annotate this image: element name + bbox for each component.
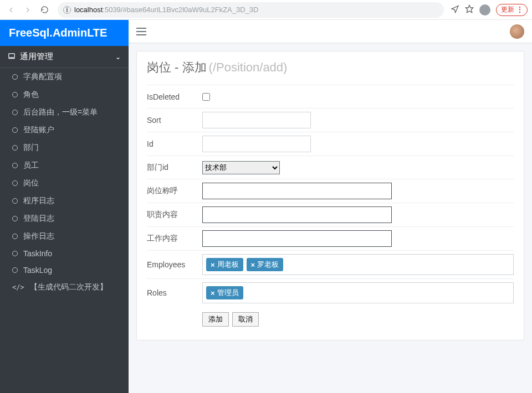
sidebar-item[interactable]: 登陆账户 <box>0 121 129 139</box>
tag-remove-icon[interactable]: × <box>211 261 215 269</box>
cancel-button[interactable]: 取消 <box>232 312 259 327</box>
dept-select[interactable]: 技术部 <box>202 161 280 174</box>
duty-input[interactable] <box>202 206 392 223</box>
positionname-input[interactable] <box>202 183 392 199</box>
star-icon[interactable] <box>465 4 474 15</box>
sidebar-item[interactable]: TaskLog <box>0 262 129 278</box>
label-duty: 职责内容 <box>147 210 202 220</box>
label-deptid: 部门id <box>147 163 202 173</box>
sort-input[interactable] <box>202 112 311 128</box>
code-icon: </> <box>12 283 24 291</box>
id-input[interactable] <box>202 136 311 152</box>
browser-back-button[interactable] <box>4 3 18 17</box>
send-icon[interactable] <box>451 4 459 15</box>
circle-icon <box>12 145 18 151</box>
form-card: 岗位 - 添加 (/Position/add) IsDeleted Sort I… <box>136 51 524 340</box>
url-bar[interactable]: i localhost:5039/#base64urlL1Bvc2l0aW9uL… <box>58 2 444 18</box>
topbar <box>129 20 532 43</box>
sidebar: FreeSql.AdminLTE 通用管理 ⌄ 字典配置项 角色 后台路由，一级… <box>0 20 129 393</box>
sidebar-items: 字典配置项 角色 后台路由，一级=菜单 登陆账户 部门 员工 岗位 程序日志 登… <box>0 68 129 296</box>
site-info-icon[interactable]: i <box>63 6 71 14</box>
sidebar-item-codegen[interactable]: </>【生成代码二次开发】 <box>0 278 129 296</box>
tag-remove-icon[interactable]: × <box>251 261 255 269</box>
circle-icon <box>12 234 18 239</box>
sidebar-item[interactable]: 角色 <box>0 86 129 104</box>
label-work: 工作内容 <box>147 234 202 244</box>
circle-icon <box>12 267 18 273</box>
label-employees: Employees <box>147 260 202 269</box>
label-positionname: 岗位称呼 <box>147 186 202 196</box>
svg-rect-1 <box>9 54 15 58</box>
sidebar-section-label: 通用管理 <box>20 51 53 62</box>
sidebar-item[interactable]: 登陆日志 <box>0 210 129 227</box>
circle-icon <box>12 92 18 97</box>
browser-forward-button[interactable] <box>21 3 34 17</box>
role-tag[interactable]: ×管理员 <box>206 286 243 299</box>
roles-tag-input[interactable]: ×管理员 <box>202 282 514 303</box>
isdeleted-checkbox[interactable] <box>202 93 210 101</box>
svg-marker-0 <box>466 5 473 12</box>
sidebar-item[interactable]: 字典配置项 <box>0 68 129 86</box>
circle-icon <box>12 74 18 80</box>
browser-reload-button[interactable] <box>38 3 51 17</box>
sidebar-item[interactable]: 员工 <box>0 157 129 174</box>
sidebar-item[interactable]: 部门 <box>0 139 129 157</box>
brand-logo[interactable]: FreeSql.AdminLTE <box>0 20 129 46</box>
profile-icon[interactable] <box>479 4 490 15</box>
sidebar-section-toggle[interactable]: 通用管理 ⌄ <box>0 46 129 68</box>
employee-tag[interactable]: ×周老板 <box>206 258 243 271</box>
sidebar-item[interactable]: 后台路由，一级=菜单 <box>0 104 129 121</box>
circle-icon <box>12 198 18 204</box>
circle-icon <box>12 251 18 256</box>
circle-icon <box>12 127 18 133</box>
circle-icon <box>12 216 18 221</box>
tag-remove-icon[interactable]: × <box>211 289 215 297</box>
work-input[interactable] <box>202 230 392 247</box>
page-title: 岗位 - 添加 (/Position/add) <box>147 59 514 76</box>
circle-icon <box>12 180 18 186</box>
url-text: localhost:5039/#base64urlL1Bvc2l0aW9uL2F… <box>74 6 258 14</box>
menu-toggle-icon[interactable] <box>136 28 146 35</box>
circle-icon <box>12 110 18 115</box>
avatar[interactable] <box>510 24 524 39</box>
circle-icon <box>12 163 18 168</box>
sidebar-item[interactable]: TaskInfo <box>0 245 129 262</box>
sidebar-item[interactable]: 程序日志 <box>0 192 129 210</box>
browser-chrome: i localhost:5039/#base64urlL1Bvc2l0aW9uL… <box>0 0 532 20</box>
label-sort: Sort <box>147 116 202 125</box>
chevron-down-icon: ⌄ <box>115 53 121 61</box>
employees-tag-input[interactable]: ×周老板 ×罗老板 <box>202 254 514 275</box>
label-id: Id <box>147 139 202 148</box>
sidebar-item[interactable]: 操作日志 <box>0 227 129 245</box>
browser-update-button[interactable]: 更新⋮ <box>496 4 528 16</box>
label-roles: Roles <box>147 288 202 297</box>
employee-tag[interactable]: ×罗老板 <box>247 258 284 271</box>
submit-button[interactable]: 添加 <box>202 312 229 327</box>
sidebar-item[interactable]: 岗位 <box>0 174 129 192</box>
laptop-icon <box>8 52 16 61</box>
label-isdeleted: IsDeleted <box>147 92 202 101</box>
